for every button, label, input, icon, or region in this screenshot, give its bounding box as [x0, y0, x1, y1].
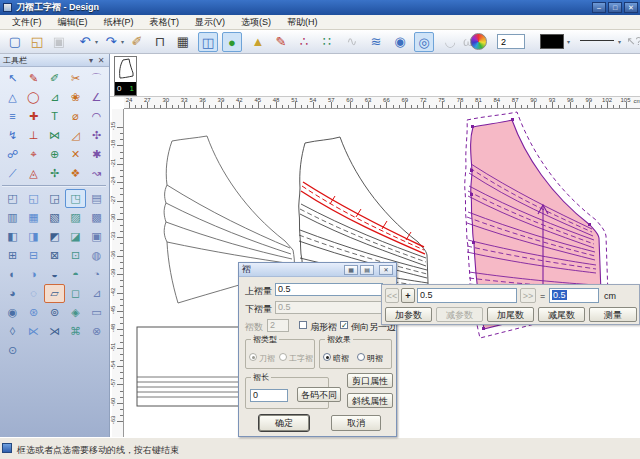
tool-icon-b-8[interactable]: ▨	[65, 208, 86, 227]
tool-icon-b-40[interactable]: ⊙	[2, 341, 23, 360]
wave-icon[interactable]: ω	[458, 32, 478, 52]
tool-icon-b-20[interactable]: ◐	[2, 265, 23, 284]
pen-color-swatch[interactable]	[540, 34, 564, 49]
tool-icon-b-24[interactable]: ◔	[86, 265, 107, 284]
menu-item-6[interactable]: 帮助(H)	[279, 15, 326, 30]
dialog-title-bar[interactable]: 褶 ▦ ▤ ✕	[239, 263, 396, 277]
new-doc-icon[interactable]: ▢	[5, 32, 25, 52]
tool-icon-b-17[interactable]: ⊠	[44, 246, 65, 265]
tool-icon-a-12[interactable]: Τ	[44, 107, 65, 126]
slash-props-button[interactable]: 斜线属性	[347, 393, 393, 408]
adjust-points-icon[interactable]: ∴	[294, 32, 314, 52]
tool-icon-b-18[interactable]: ⊡	[65, 246, 86, 265]
menu-item-4[interactable]: 显示(V)	[187, 15, 233, 30]
tool-icon-b-4[interactable]: ▤	[86, 189, 107, 208]
three-d-icon[interactable]: ▲	[248, 32, 268, 52]
tool-icon-a-0[interactable]: ↖	[2, 69, 23, 88]
tool-icon-b-5[interactable]: ▥	[2, 208, 23, 227]
expression-input[interactable]: 0.5	[417, 288, 517, 303]
tool-icon-a-8[interactable]: ❀	[65, 88, 86, 107]
tool-icon-a-29[interactable]: ↝	[86, 164, 107, 183]
pattern-window-icon[interactable]: ◫	[198, 32, 218, 52]
menu-item-2[interactable]: 纸样(P)	[96, 15, 142, 30]
tool-icon-a-17[interactable]: ⋈	[44, 126, 65, 145]
menu-item-1[interactable]: 编辑(E)	[50, 15, 96, 30]
tool-icon-a-28[interactable]: ❖	[65, 164, 86, 183]
tool-icon-b-10[interactable]: ◧	[2, 227, 23, 246]
redo-icon-dropdown[interactable]: ▾	[121, 38, 124, 45]
tool-icon-a-10[interactable]: ≡	[2, 107, 23, 126]
tool-icon-b-15[interactable]: ⊞	[2, 246, 23, 265]
ok-button[interactable]: 确定	[259, 415, 309, 431]
brush-icon[interactable]: ✎	[271, 32, 291, 52]
tool-icon-a-21[interactable]: ⌖	[23, 145, 44, 164]
joint-icon[interactable]: ◉	[390, 32, 410, 52]
tool-icon-a-9[interactable]: ∠	[86, 88, 107, 107]
tool-icon-b-3[interactable]: ◳	[65, 189, 86, 208]
tool-icon-a-19[interactable]: ✣	[86, 126, 107, 145]
table-icon[interactable]: ⊓	[150, 32, 170, 52]
tool-icon-a-18[interactable]: ◿	[65, 126, 86, 145]
tool-icon-b-14[interactable]: ▣	[86, 227, 107, 246]
tool-icon-a-16[interactable]: ⊥	[23, 126, 44, 145]
tool-icon-a-23[interactable]: ✕	[65, 145, 86, 164]
tool-icon-a-7[interactable]: ⊿	[44, 88, 65, 107]
pin-icon[interactable]: ▾	[86, 56, 96, 65]
tool-icon-b-38[interactable]: ⌘	[65, 322, 86, 341]
tool-icon-b-31[interactable]: ⊛	[23, 303, 44, 322]
menu-item-0[interactable]: 文件(F)	[4, 15, 50, 30]
context-help-icon[interactable]: ↖?	[624, 32, 640, 52]
result-input[interactable]: 0.5	[549, 288, 599, 303]
add-decimal-button[interactable]: 加尾数	[487, 307, 534, 322]
tool-icon-b-16[interactable]: ⊟	[23, 246, 44, 265]
tool-icon-b-36[interactable]: ⋉	[23, 322, 44, 341]
maximize-button[interactable]: □	[608, 2, 622, 13]
tool-icon-b-7[interactable]: ▧	[44, 208, 65, 227]
show-one-piece-icon[interactable]: ◎	[414, 32, 434, 52]
tool-icon-a-6[interactable]: ◯	[23, 88, 44, 107]
tool-icon-a-20[interactable]: ☍	[2, 145, 23, 164]
undo-icon-dropdown[interactable]: ▾	[95, 38, 98, 45]
per-size-button[interactable]: 各码不同	[297, 387, 341, 402]
tool-icon-b-21[interactable]: ◑	[23, 265, 44, 284]
tool-icon-b-11[interactable]: ◨	[23, 227, 44, 246]
tool-icon-b-0[interactable]: ◰	[2, 189, 23, 208]
palette-close-icon[interactable]: ✕	[96, 56, 106, 65]
tool-icon-b-26[interactable]: ◌	[23, 284, 44, 303]
tool-icon-a-15[interactable]: ↯	[2, 126, 23, 145]
color-dropdown-icon[interactable]: ▾	[567, 38, 570, 45]
redo-icon[interactable]: ↷	[101, 32, 121, 52]
tool-icon-a-4[interactable]: ⌒	[86, 69, 107, 88]
tool-icon-b-37[interactable]: ⋊	[44, 322, 65, 341]
tool-icon-b-29[interactable]: ⊿	[86, 284, 107, 303]
plaid-icon[interactable]: ▦	[173, 32, 193, 52]
tool-icon-a-27[interactable]: ✢	[44, 164, 65, 183]
add-param-button[interactable]: 加参数	[385, 307, 432, 322]
line-dropdown-icon[interactable]: ▾	[618, 38, 621, 45]
tool-icon-a-11[interactable]: ✚	[23, 107, 44, 126]
minimize-button[interactable]: –	[592, 2, 606, 13]
tool-icon-b-35[interactable]: ◊	[2, 322, 23, 341]
curve-icon[interactable]: ∿	[342, 32, 362, 52]
tool-icon-a-13[interactable]: ⌀	[65, 107, 86, 126]
open-file-icon[interactable]: ◱	[27, 32, 47, 52]
tool-icon-a-5[interactable]: △	[2, 88, 23, 107]
hidden-pleat-radio[interactable]	[323, 353, 331, 361]
dialog-close-icon[interactable]: ✕	[379, 265, 393, 275]
tool-icon-b-25[interactable]: ◕	[2, 284, 23, 303]
pen-width-input[interactable]	[497, 34, 525, 49]
menu-item-3[interactable]: 表格(T)	[142, 15, 188, 30]
tool-icon-a-25[interactable]: ⟋	[2, 164, 23, 183]
pattern-list-item[interactable]: 0 1	[114, 56, 137, 96]
tool-icon-b-34[interactable]: ▭	[86, 303, 107, 322]
tool-icon-b-19[interactable]: ◍	[86, 246, 107, 265]
tool-icon-a-26[interactable]: ◬	[23, 164, 44, 183]
tool-icon-b-13[interactable]: ◪	[65, 227, 86, 246]
tool-icon-b-1[interactable]: ◱	[23, 189, 44, 208]
stitch-icon[interactable]: ≋	[366, 32, 386, 52]
tool-icon-b-23[interactable]: ◓	[65, 265, 86, 284]
tool-icon-a-2[interactable]: ✐	[44, 69, 65, 88]
save-icon[interactable]: ▣	[49, 32, 69, 52]
close-button[interactable]: ✕	[624, 2, 638, 13]
dialog-calculator-icon[interactable]: ▦	[344, 265, 358, 275]
